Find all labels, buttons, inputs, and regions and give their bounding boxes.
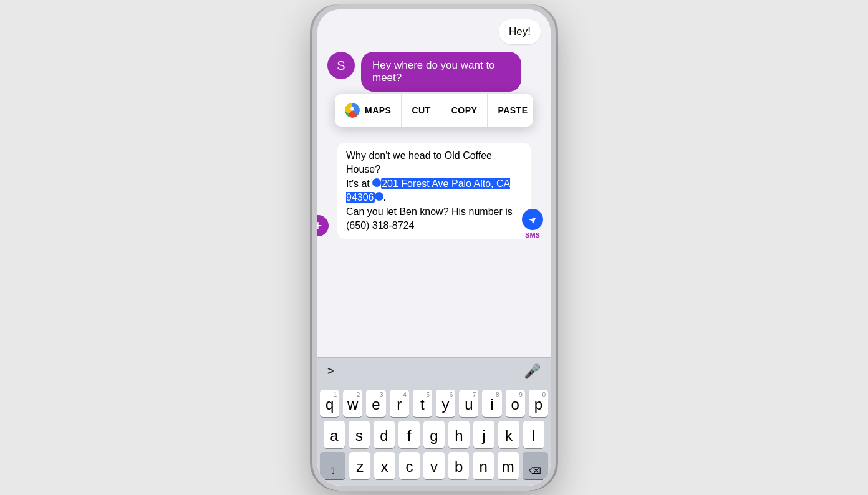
input-text-content: Why don't we head to Old Coffee House?It… bbox=[346, 149, 522, 233]
copy-button[interactable]: COPY bbox=[441, 94, 488, 127]
key-delete[interactable]: ⌫ bbox=[523, 452, 548, 479]
hey-text: Hey! bbox=[509, 26, 531, 37]
phone-wrapper: Hey! S Hey where do you want to meet? No… bbox=[303, 0, 565, 495]
key-o[interactable]: 9 o bbox=[506, 390, 525, 417]
message-left: S Hey where do you want to meet? bbox=[327, 52, 541, 92]
key-j[interactable]: j bbox=[473, 421, 494, 448]
avatar: S bbox=[327, 52, 355, 79]
send-arrow-icon: ➤ bbox=[526, 213, 539, 227]
key-x[interactable]: x bbox=[374, 452, 395, 479]
hey-bubble: Hey! bbox=[499, 19, 541, 44]
key-t[interactable]: 5 t bbox=[413, 390, 432, 417]
phone-screen: Hey! S Hey where do you want to meet? No… bbox=[317, 9, 551, 486]
key-z[interactable]: z bbox=[349, 452, 370, 479]
keyboard-accessory-bar: > 🎤 bbox=[317, 357, 551, 385]
keyboard: 1 q 2 w 3 e 4 r bbox=[317, 385, 551, 486]
key-q[interactable]: 1 q bbox=[320, 390, 339, 417]
key-m[interactable]: m bbox=[498, 452, 519, 479]
maps-icon bbox=[344, 102, 361, 119]
key-y[interactable]: 6 y bbox=[436, 390, 455, 417]
chat-area: Hey! S Hey where do you want to meet? No… bbox=[317, 9, 551, 357]
keyboard-row-1: 1 q 2 w 3 e 4 r bbox=[320, 390, 548, 417]
key-v[interactable]: v bbox=[423, 452, 445, 479]
key-p[interactable]: 0 p bbox=[529, 390, 548, 417]
left-bubble-text: Hey where do you want to meet? bbox=[372, 59, 495, 84]
selection-handle-left[interactable] bbox=[372, 178, 381, 187]
key-w[interactable]: 2 w bbox=[343, 390, 362, 417]
left-bubble: Hey where do you want to meet? bbox=[361, 52, 521, 92]
phone-frame: Hey! S Hey where do you want to meet? No… bbox=[312, 4, 556, 491]
svg-point-0 bbox=[350, 107, 354, 111]
plus-button-wrapper: + bbox=[317, 215, 329, 236]
key-h[interactable]: h bbox=[448, 421, 470, 448]
sms-label: SMS bbox=[525, 231, 540, 239]
maps-label: MAPS bbox=[365, 105, 391, 115]
key-l[interactable]: l bbox=[523, 421, 544, 448]
selection-handle-right[interactable] bbox=[375, 192, 383, 201]
key-g[interactable]: g bbox=[423, 421, 445, 448]
input-area-wrapper: Why don't we head to Old Coffee House?It… bbox=[332, 143, 536, 241]
send-button[interactable]: ➤ bbox=[522, 209, 543, 230]
key-u[interactable]: 7 u bbox=[459, 390, 478, 417]
send-area: ➤ SMS bbox=[522, 209, 543, 239]
key-a[interactable]: a bbox=[324, 421, 345, 448]
key-n[interactable]: n bbox=[473, 452, 494, 479]
key-k[interactable]: k bbox=[498, 421, 519, 448]
maps-button[interactable]: MAPS bbox=[335, 94, 402, 127]
message-right: Hey! bbox=[327, 19, 541, 44]
key-i[interactable]: 8 i bbox=[482, 390, 501, 417]
keyboard-chevron-button[interactable]: > bbox=[327, 365, 334, 378]
key-r[interactable]: 4 r bbox=[390, 390, 409, 417]
key-shift[interactable]: ⇧ bbox=[320, 452, 345, 479]
paste-button[interactable]: PASTE bbox=[488, 94, 533, 127]
keyboard-row-2: a s d f g h j k l bbox=[320, 421, 548, 448]
key-f[interactable]: f bbox=[398, 421, 420, 448]
key-s[interactable]: s bbox=[349, 421, 370, 448]
message-input-area[interactable]: Why don't we head to Old Coffee House?It… bbox=[337, 143, 531, 239]
key-e[interactable]: 3 e bbox=[366, 390, 385, 417]
context-menu: MAPS CUT COPY PASTE ⋮ bbox=[335, 94, 533, 127]
keyboard-row-3: ⇧ z x c v b n m ⌫ bbox=[320, 452, 548, 479]
plus-button[interactable]: + bbox=[317, 215, 329, 236]
key-c[interactable]: c bbox=[399, 452, 420, 479]
microphone-icon[interactable]: 🎤 bbox=[524, 363, 541, 380]
cut-button[interactable]: CUT bbox=[402, 94, 441, 127]
key-d[interactable]: d bbox=[374, 421, 395, 448]
key-b[interactable]: b bbox=[448, 452, 470, 479]
